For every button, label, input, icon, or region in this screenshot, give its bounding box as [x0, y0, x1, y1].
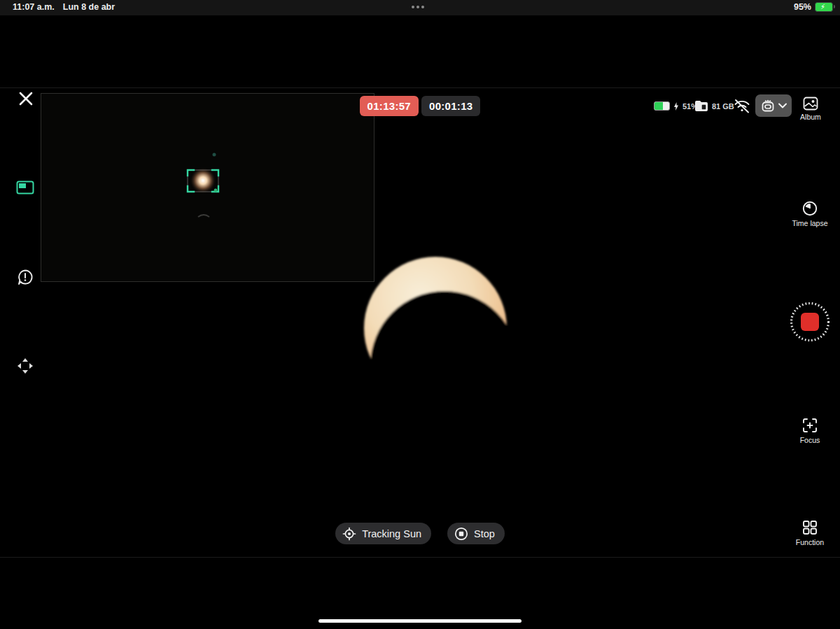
album-photo-icon — [803, 97, 818, 111]
timer-segment[interactable]: 00:01:13 — [421, 96, 480, 116]
device-selector-button[interactable] — [755, 94, 792, 117]
clock-date: Lun 8 de abr — [63, 2, 115, 12]
wifi-off-icon — [733, 97, 751, 114]
focus-button[interactable]: Focus — [785, 417, 835, 444]
function-label: Function — [785, 538, 835, 546]
device-battery-status: 51% — [654, 101, 698, 111]
album-button[interactable]: Album — [798, 97, 823, 121]
time-lapse-label: Time lapse — [785, 219, 835, 227]
focus-label: Focus — [785, 436, 835, 444]
function-button[interactable]: Function — [785, 519, 835, 546]
home-indicator[interactable] — [318, 619, 522, 623]
record-stop-button[interactable] — [790, 302, 830, 342]
ipad-screen: 11:07 a.m. Lun 8 de abr 95% ⚡ — [0, 0, 840, 629]
alert-bubble-icon — [16, 268, 34, 286]
tracking-target-icon — [342, 527, 356, 541]
pan-control-button[interactable] — [15, 356, 35, 376]
system-battery-charging-icon: ⚡ — [815, 2, 833, 12]
pip-sun-glow — [190, 167, 216, 194]
pip-toggle-icon — [16, 181, 34, 195]
tracking-sun-label: Tracking Sun — [362, 528, 421, 539]
pip-preview-window[interactable] — [41, 93, 374, 282]
close-button[interactable] — [18, 90, 34, 107]
wifi-disconnected[interactable] — [733, 97, 751, 114]
telescope-device-icon — [760, 99, 776, 113]
close-icon — [18, 90, 34, 107]
tracking-sun-button[interactable]: Tracking Sun — [335, 523, 431, 544]
stop-button[interactable]: Stop — [447, 523, 505, 544]
alert-messages-button[interactable] — [15, 267, 35, 287]
time-lapse-button[interactable]: Time lapse — [785, 200, 835, 227]
record-square-icon — [801, 313, 819, 331]
chevron-down-icon — [778, 102, 788, 109]
pan-dpad-icon — [15, 356, 35, 376]
faint-star-dot — [213, 153, 216, 157]
status-bar: 11:07 a.m. Lun 8 de abr 95% ⚡ — [0, 0, 840, 15]
album-label: Album — [798, 113, 823, 121]
time-lapse-icon — [802, 200, 818, 217]
function-grid-icon — [802, 519, 818, 536]
multitasking-dots-icon[interactable] — [412, 6, 424, 8]
focus-icon — [802, 417, 818, 434]
storage-status: 81 GB — [694, 100, 734, 112]
stop-icon — [454, 527, 468, 541]
timer-total[interactable]: 01:13:57 — [360, 96, 419, 116]
charging-bolt-icon — [673, 102, 679, 111]
device-battery-icon — [654, 101, 670, 111]
pip-toggle-button[interactable] — [15, 178, 35, 197]
storage-folder-icon — [694, 100, 708, 112]
stop-label: Stop — [474, 528, 495, 539]
system-battery-percent: 95% — [794, 2, 811, 12]
clock-time: 11:07 a.m. — [13, 2, 55, 12]
storage-free-label: 81 GB — [712, 102, 734, 111]
